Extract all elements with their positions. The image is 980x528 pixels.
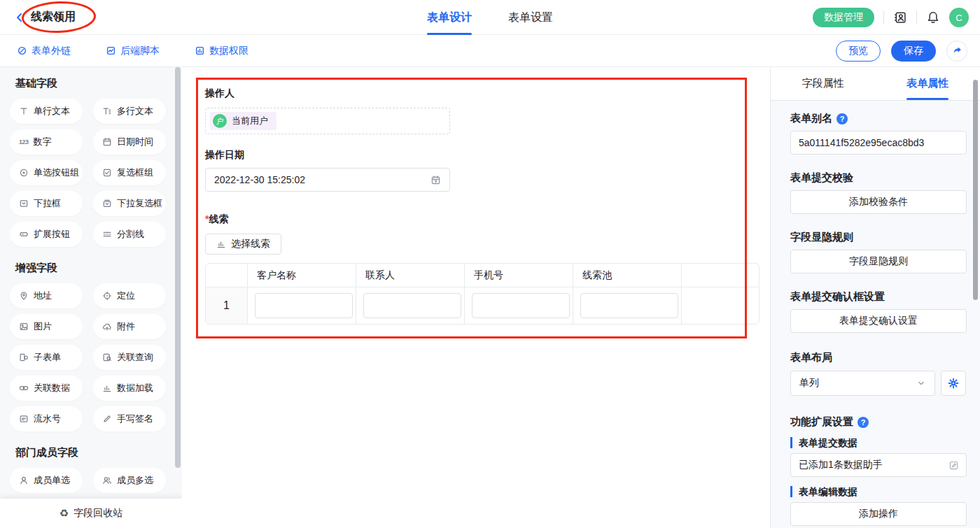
field-button-attachment[interactable]: 附件 (93, 314, 166, 339)
submit-data-subheading: 表单提交数据 (790, 437, 966, 448)
address-book-icon[interactable] (893, 10, 907, 24)
visibility-rules-heading: 字段显隐规则 (790, 231, 966, 244)
field-button-image[interactable]: 图片 (10, 314, 83, 339)
column-header-empty (682, 264, 760, 287)
field-button-checkbox-group[interactable]: 复选框组 (93, 160, 166, 185)
customer-name-input[interactable] (255, 293, 353, 318)
operator-field[interactable]: 操作人 户 当前用户 (205, 87, 770, 134)
date-field[interactable]: 操作日期 2022-12-30 15:25:02 (205, 149, 770, 192)
field-label: 操作日期 (205, 149, 770, 162)
form-layout-heading: 表单布局 (790, 351, 966, 364)
avatar[interactable]: C (949, 8, 969, 27)
tab-form-settings[interactable]: 表单设置 (508, 0, 553, 35)
page-title: 线索领用 (31, 10, 76, 24)
data-permission-icon (195, 45, 205, 56)
tab-form-properties[interactable]: 表单属性 (876, 67, 980, 100)
field-button-address[interactable]: 地址 (10, 283, 83, 308)
extension-settings-heading: 功能扩展设置 ? (790, 415, 966, 429)
field-recycle-bin[interactable]: ♻ 字段回收站 (0, 499, 182, 528)
chevron-left-icon (14, 12, 25, 23)
properties-scrollbar[interactable] (973, 80, 978, 300)
field-button-locate[interactable]: 定位 (93, 283, 166, 308)
save-button[interactable]: 保存 (891, 41, 936, 62)
checkbox-icon (102, 168, 112, 178)
form-toolbar: 表单外链 后端脚本 数据权限 预览 保存 (0, 35, 980, 67)
field-button-multi-line-text[interactable]: 多行文本 (93, 99, 166, 124)
form-alias-input[interactable] (790, 131, 967, 155)
field-button-subform[interactable]: 子表单 (10, 345, 83, 370)
leads-table: 客户名称 联系人 手机号 线索池 1 (205, 263, 760, 324)
multi-line-text-icon (102, 106, 112, 116)
data-manage-button[interactable]: 数据管理 (813, 8, 874, 27)
form-canvas: 操作人 户 当前用户 操作日期 2022-12-30 15:25:02 (182, 67, 770, 528)
table-header-row: 客户名称 联系人 手机号 线索池 (206, 264, 760, 287)
field-button-serial-number[interactable]: 流水号 (10, 406, 83, 431)
tab-form-design[interactable]: 表单设计 (427, 0, 472, 35)
field-button-multi-select[interactable]: 下拉复选框 (93, 191, 166, 216)
notification-bell-icon[interactable] (926, 10, 940, 24)
bar-chart-icon (102, 383, 112, 393)
data-permission-button[interactable]: 数据权限 (195, 45, 248, 57)
edit-icon[interactable] (948, 460, 959, 471)
field-button-divider[interactable]: 分割线 (93, 222, 166, 247)
field-button-radio-group[interactable]: 单选按钮组 (10, 160, 83, 185)
field-button-member-single[interactable]: 成员单选 (10, 468, 83, 493)
field-button-signature[interactable]: 手写签名 (93, 406, 166, 431)
lead-pool-input[interactable] (580, 293, 678, 318)
signature-icon (102, 414, 112, 424)
field-button-datetime[interactable]: 日期时间 (93, 129, 166, 155)
add-operation-button[interactable]: 添加操作 (790, 502, 967, 526)
layout-select[interactable]: 单列 (790, 371, 935, 396)
field-label: 操作人 (205, 87, 770, 100)
add-validation-button[interactable]: 添加校验条件 (790, 190, 967, 214)
help-icon[interactable]: ? (836, 113, 848, 124)
image-icon (19, 322, 29, 331)
share-button[interactable] (946, 41, 967, 62)
user-circle-icon: 户 (213, 114, 227, 128)
number-123-icon: 123 (19, 138, 29, 145)
field-button-number[interactable]: 123 数字 (10, 129, 83, 155)
date-input[interactable]: 2022-12-30 15:25:02 (205, 168, 450, 192)
header-tabs: 表单设计 表单设置 (427, 0, 553, 35)
leads-field[interactable]: *线索 选择线索 客户名称 联系人 手机号 线索池 (205, 213, 770, 324)
tab-field-properties[interactable]: 字段属性 (771, 67, 876, 100)
section-title-enhanced: 增强字段 (0, 262, 182, 275)
sidebar-scrollbar[interactable] (175, 67, 181, 468)
basic-fields-grid: 单行文本 多行文本 123 数字 日期时间 单选按钮组 (10, 99, 182, 247)
linked-data-icon (19, 383, 29, 393)
contact-input[interactable] (363, 293, 461, 318)
submit-confirm-button[interactable]: 表单提交确认设置 (790, 309, 967, 333)
main-layout: 基础字段 单行文本 多行文本 123 数字 日期时间 (0, 67, 980, 528)
gear-icon (948, 378, 959, 389)
divider-icon (102, 229, 112, 239)
back-button[interactable] (14, 12, 25, 23)
field-button-data-load[interactable]: 数据加载 (93, 376, 166, 401)
radio-icon (19, 168, 29, 178)
field-button-member-multi[interactable]: 成员多选 (93, 468, 166, 493)
visibility-rules-button[interactable]: 字段显隐规则 (790, 250, 967, 273)
field-button-single-line-text[interactable]: 单行文本 (10, 99, 83, 124)
recycle-icon: ♻ (59, 507, 69, 520)
layout-settings-button[interactable] (941, 371, 966, 396)
external-link-button[interactable]: 表单外链 (17, 45, 71, 57)
help-icon[interactable]: ? (858, 417, 869, 428)
locate-icon (102, 291, 112, 301)
member-multi-icon (102, 476, 112, 485)
backend-script-button[interactable]: 后端脚本 (106, 45, 160, 57)
divider (883, 11, 884, 24)
current-user-chip: 户 当前用户 (210, 112, 276, 130)
preview-button[interactable]: 预览 (836, 41, 881, 62)
submit-data-box[interactable]: 已添加1条数据助手 (790, 453, 967, 477)
submit-validation-heading: 表单提交校验 (790, 171, 966, 185)
column-header: 手机号 (465, 264, 573, 287)
select-leads-button[interactable]: 选择线索 (205, 234, 281, 255)
operator-value-box[interactable]: 户 当前用户 (205, 108, 450, 134)
select-icon (19, 199, 29, 208)
phone-input[interactable] (472, 293, 570, 318)
subform-icon (19, 352, 29, 362)
field-button-extend-button[interactable]: 扩展按钮 (10, 222, 83, 247)
field-button-linked-data[interactable]: 关联数据 (10, 376, 83, 401)
field-button-linked-query[interactable]: 关联查询 (93, 345, 166, 370)
field-button-select[interactable]: 下拉框 (10, 191, 83, 216)
field-library-sidebar: 基础字段 单行文本 多行文本 123 数字 日期时间 (0, 67, 182, 528)
